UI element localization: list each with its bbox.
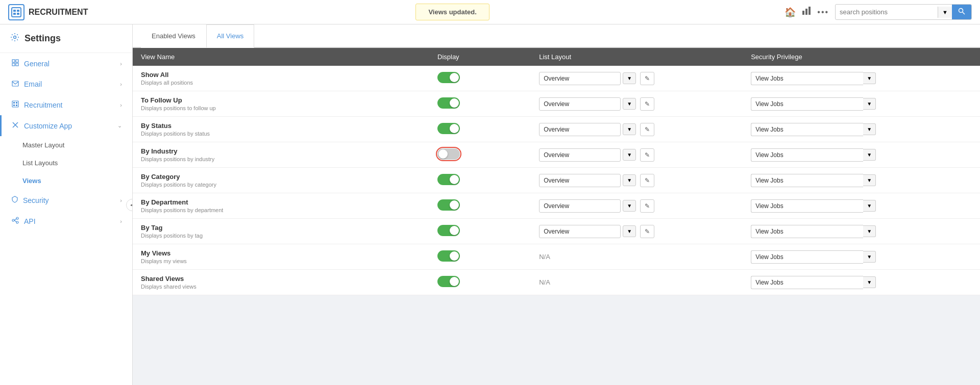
display-toggle-1[interactable] — [437, 97, 460, 109]
sidebar-item-security[interactable]: Security › — [0, 190, 132, 211]
view-desc: Displays all positions — [141, 80, 421, 86]
security-dropdown-4[interactable]: ▼ — [863, 174, 876, 186]
view-name: By Category — [141, 173, 421, 181]
search-go-button[interactable] — [952, 5, 971, 19]
list-layout-cell-1: Overview ▼ ✎ — [539, 97, 734, 111]
home-icon[interactable]: 🏠 — [785, 7, 796, 18]
list-layout-edit-6[interactable]: ✎ — [640, 225, 654, 238]
list-layout-dropdown-0[interactable]: ▼ — [623, 72, 636, 84]
list-layout-select-4[interactable]: Overview — [539, 174, 621, 187]
security-select-1[interactable]: View Jobs — [751, 97, 863, 111]
list-layout-dropdown-1[interactable]: ▼ — [623, 98, 636, 110]
display-toggle-8[interactable] — [437, 276, 460, 287]
display-toggle-4[interactable] — [437, 174, 460, 185]
view-desc: Displays shared views — [141, 284, 421, 290]
list-layout-dropdown-3[interactable]: ▼ — [623, 149, 636, 161]
list-layout-dropdown-6[interactable]: ▼ — [623, 225, 636, 237]
sidebar-item-master-layout[interactable]: Master Layout — [0, 136, 132, 154]
table-row: Shared Views Displays shared views N/A V… — [133, 270, 980, 295]
security-select-8[interactable]: View Jobs — [751, 276, 863, 289]
sidebar-item-api[interactable]: API › — [0, 211, 132, 232]
list-layout-na-8: N/A — [539, 278, 550, 286]
security-select-0[interactable]: View Jobs — [751, 72, 863, 85]
chevron-right-icon5: › — [120, 218, 122, 224]
tab-all-views[interactable]: All Views — [206, 24, 255, 48]
view-desc: Displays positions by category — [141, 182, 421, 188]
list-layout-select-6[interactable]: Overview — [539, 225, 621, 238]
view-name: By Status — [141, 122, 421, 130]
search-input[interactable] — [836, 6, 938, 18]
security-dropdown-1[interactable]: ▼ — [863, 98, 876, 110]
list-layout-select-2[interactable]: Overview — [539, 123, 621, 136]
svg-rect-5 — [802, 11, 804, 15]
list-layout-select-3[interactable]: Overview — [539, 148, 621, 162]
table-row: By Status Displays positions by status O… — [133, 117, 980, 142]
display-toggle-5[interactable] — [437, 199, 460, 211]
brand-label: RECRUITMENT — [29, 8, 88, 17]
display-toggle-0[interactable] — [437, 72, 460, 83]
security-select-2[interactable]: View Jobs — [751, 123, 863, 136]
security-dropdown-6[interactable]: ▼ — [863, 225, 876, 237]
search-dropdown-button[interactable]: ▼ — [938, 7, 952, 18]
security-dropdown-2[interactable]: ▼ — [863, 123, 876, 135]
svg-rect-17 — [13, 102, 15, 104]
table-row: By Tag Displays positions by tag Overvie… — [133, 219, 980, 244]
sidebar-item-views[interactable]: Views — [0, 172, 132, 190]
list-layout-edit-4[interactable]: ✎ — [640, 174, 654, 187]
view-desc: Displays positions by tag — [141, 233, 421, 239]
list-layout-cell-6: Overview ▼ ✎ — [539, 225, 734, 238]
view-name: By Tag — [141, 224, 421, 232]
chart-icon[interactable] — [802, 6, 811, 18]
list-layout-edit-2[interactable]: ✎ — [640, 123, 654, 136]
svg-rect-6 — [805, 9, 807, 15]
security-dropdown-0[interactable]: ▼ — [863, 72, 876, 84]
list-layout-edit-0[interactable]: ✎ — [640, 72, 654, 85]
list-layout-edit-1[interactable]: ✎ — [640, 97, 654, 111]
view-name: By Department — [141, 198, 421, 206]
more-icon[interactable]: ••• — [817, 8, 829, 17]
topbar-center: Views updated. — [120, 4, 785, 20]
list-layout-cell-3: Overview ▼ ✎ — [539, 148, 734, 162]
list-layout-select-1[interactable]: Overview — [539, 97, 621, 111]
svg-rect-0 — [12, 8, 21, 17]
list-layout-dropdown-5[interactable]: ▼ — [623, 200, 636, 212]
security-icon — [12, 196, 18, 204]
security-select-4[interactable]: View Jobs — [751, 174, 863, 187]
security-dropdown-8[interactable]: ▼ — [863, 276, 876, 288]
sidebar-item-recruitment-label: Recruitment — [24, 101, 62, 109]
list-layout-dropdown-2[interactable]: ▼ — [623, 123, 636, 135]
col-display: Display — [429, 48, 531, 66]
security-cell-7: View Jobs ▼ — [751, 250, 972, 264]
table-row: By Industry Displays positions by indust… — [133, 142, 980, 168]
display-toggle-3[interactable] — [437, 148, 460, 160]
view-desc: Displays positions by department — [141, 207, 421, 213]
sidebar-item-email-label: Email — [24, 80, 42, 88]
tab-enabled-views[interactable]: Enabled Views — [141, 24, 206, 48]
sidebar-item-list-layouts[interactable]: List Layouts — [0, 154, 132, 172]
view-name: To Follow Up — [141, 96, 421, 104]
list-layout-dropdown-4[interactable]: ▼ — [623, 174, 636, 186]
security-dropdown-5[interactable]: ▼ — [863, 200, 876, 212]
security-dropdown-3[interactable]: ▼ — [863, 149, 876, 161]
security-select-3[interactable]: View Jobs — [751, 148, 863, 162]
display-toggle-7[interactable] — [437, 250, 460, 262]
svg-line-27 — [14, 220, 16, 222]
sidebar-item-customize[interactable]: Customize App ⌄ — [0, 115, 132, 136]
list-layout-edit-5[interactable]: ✎ — [640, 199, 654, 213]
layout: Settings General › — [0, 24, 980, 385]
list-layout-cell-4: Overview ▼ ✎ — [539, 174, 734, 187]
sidebar-item-email[interactable]: Email › — [0, 74, 132, 94]
list-layout-select-5[interactable]: Overview — [539, 199, 621, 213]
sidebar-item-recruitment[interactable]: Recruitment › — [0, 94, 132, 115]
security-select-5[interactable]: View Jobs — [751, 199, 863, 213]
email-icon — [12, 80, 19, 88]
sidebar-item-general[interactable]: General › — [0, 53, 132, 74]
list-layout-edit-3[interactable]: ✎ — [640, 148, 654, 162]
display-toggle-2[interactable] — [437, 123, 460, 134]
security-select-6[interactable]: View Jobs — [751, 225, 863, 238]
list-layout-select-0[interactable]: Overview — [539, 72, 621, 85]
svg-point-23 — [12, 219, 14, 221]
security-dropdown-7[interactable]: ▼ — [863, 251, 876, 263]
security-select-7[interactable]: View Jobs — [751, 250, 863, 264]
display-toggle-6[interactable] — [437, 225, 460, 236]
